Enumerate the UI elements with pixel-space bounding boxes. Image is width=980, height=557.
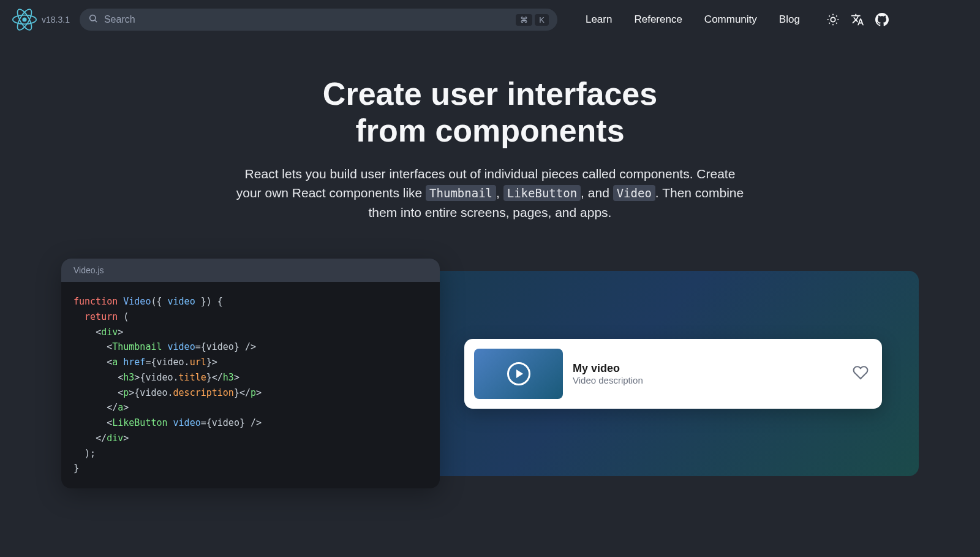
code-filename-tab: Video.js [61,259,440,282]
search-icon [88,13,98,26]
top-header: v18.3.1 ⌘ K Learn Reference Community Bl… [0,0,980,39]
video-description: Video description [573,375,843,385]
svg-line-14 [836,16,837,17]
kbd-k: K [535,14,549,26]
version-label: v18.3.1 [42,15,70,25]
hero-description: React lets you build user interfaces out… [236,164,744,222]
react-logo-icon [12,7,37,32]
code-video: Video [613,185,655,201]
like-button[interactable] [853,365,872,383]
video-thumbnail[interactable] [474,349,563,399]
svg-line-5 [95,20,97,22]
preview-panel: My video Video description [428,271,919,476]
logo-group[interactable]: v18.3.1 [12,7,70,32]
svg-point-0 [22,17,26,21]
theme-toggle-icon[interactable] [826,12,840,27]
kbd-cmd: ⌘ [516,14,532,26]
svg-line-9 [829,16,829,17]
code-likebutton: LikeButton [503,185,581,201]
main-nav: Learn Reference Community Blog [577,9,809,31]
demo-section: Video.js function Video({ video }) { ret… [61,259,919,488]
svg-line-13 [829,23,829,23]
search-box[interactable]: ⌘ K [80,9,557,31]
search-shortcut: ⌘ K [516,14,549,26]
svg-point-4 [90,15,96,21]
video-card: My video Video description [464,339,882,409]
nav-community[interactable]: Community [696,9,766,31]
nav-reference[interactable]: Reference [625,9,690,31]
search-input[interactable] [104,14,510,25]
github-icon[interactable] [875,12,889,27]
code-panel: Video.js function Video({ video }) { ret… [61,259,440,488]
code-body: function Video({ video }) { return ( <di… [61,282,440,488]
video-info[interactable]: My video Video description [573,362,843,385]
hero-title: Create user interfacesfrom components [61,76,919,150]
play-icon [507,362,530,385]
main-content: Create user interfacesfrom components Re… [0,39,980,488]
code-thumbnail: Thumbnail [426,185,496,201]
video-title: My video [573,362,843,375]
svg-point-6 [831,17,835,21]
nav-blog[interactable]: Blog [771,9,809,31]
translate-icon[interactable] [850,12,865,27]
svg-line-10 [836,23,837,23]
header-icons [826,12,889,27]
nav-learn[interactable]: Learn [577,9,620,31]
